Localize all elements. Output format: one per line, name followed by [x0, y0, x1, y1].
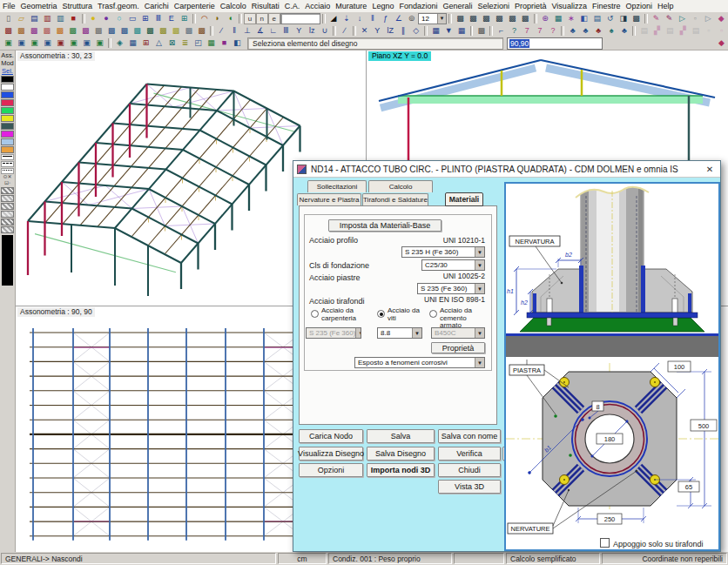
font-size-dropdown[interactable]: 12▼: [418, 13, 447, 24]
sidebar-tab-sel[interactable]: Sel.: [2, 67, 13, 75]
view-sphere-icon[interactable]: ●: [87, 12, 100, 24]
load-10-icon[interactable]: ▩: [118, 24, 131, 37]
cls-fondazione-select[interactable]: C25/30 ▼: [421, 259, 485, 271]
visualizza-disegno-button[interactable]: Visualizza Disegno: [299, 447, 363, 461]
pattern-swatch-0[interactable]: [1, 187, 14, 194]
dis-4-icon[interactable]: ▞: [677, 24, 690, 37]
load-13-icon[interactable]: ▩: [157, 24, 170, 37]
query-4-icon[interactable]: ?: [547, 24, 560, 37]
tool-cam-icon[interactable]: ◨: [617, 12, 630, 24]
sidebar-tab-mod[interactable]: Mod: [1, 59, 14, 67]
menu-item-propriet-[interactable]: Proprietà: [512, 2, 549, 10]
menu-item-fondazioni[interactable]: Fondazioni: [396, 2, 440, 10]
geo-arc-icon[interactable]: ∪: [318, 24, 331, 37]
menu-item-carichi[interactable]: Carichi: [142, 2, 172, 10]
geo-corner-icon[interactable]: ∟: [266, 24, 280, 37]
menu-item-selezioni[interactable]: Selezioni: [475, 2, 512, 10]
geo-beams-icon[interactable]: Ⅲ: [280, 24, 293, 37]
anchor-2-icon[interactable]: ♣: [579, 24, 592, 37]
tab-nervature-e-piastra[interactable]: Nervature e Piastra: [297, 193, 361, 205]
load-2-icon[interactable]: ▩: [15, 24, 28, 37]
viti-grade-select[interactable]: 8.8 ▼: [377, 327, 422, 339]
menu-item-struttura[interactable]: Struttura: [60, 2, 96, 10]
menu-item-trasf-geom-[interactable]: Trasf.geom.: [95, 2, 142, 10]
tab-materiali[interactable]: Materiali: [445, 192, 483, 206]
pen-1-icon[interactable]: ✎: [650, 12, 663, 24]
sel-grid-2-icon[interactable]: ▦: [455, 24, 468, 37]
grip-icons[interactable]: ⊡◦: [4, 180, 10, 186]
axis-z-icon[interactable]: ǀZ: [384, 24, 397, 37]
load-4-icon[interactable]: ▩: [40, 24, 53, 37]
save-as-icon[interactable]: ▥: [41, 12, 54, 24]
linestyle-solid[interactable]: [1, 154, 14, 160]
anchor-5-icon[interactable]: ♣: [618, 24, 631, 37]
opzioni-button[interactable]: Opzioni: [299, 463, 363, 477]
snap-drop-icon[interactable]: ⇣: [340, 12, 353, 24]
color-swatch-2[interactable]: [1, 91, 14, 98]
menu-item-opzioni[interactable]: Opzioni: [623, 2, 655, 10]
sel-fill-icon[interactable]: ▩: [475, 24, 488, 37]
pattern-swatch-2[interactable]: [1, 203, 14, 210]
sidebar-tab-ass[interactable]: Ass.: [1, 51, 14, 59]
tool-star-icon[interactable]: ⊛: [539, 12, 552, 24]
viewport-6-icon[interactable]: ▩: [519, 12, 532, 24]
anchor-3-icon[interactable]: ♣: [592, 24, 605, 37]
layer-1-icon[interactable]: ▣: [2, 37, 15, 50]
menu-item-finestre[interactable]: Finestre: [590, 2, 624, 10]
pattern-solid-black[interactable]: [2, 235, 13, 286]
proprieta-button[interactable]: Proprietà: [431, 342, 485, 353]
color-swatch-7[interactable]: [1, 131, 14, 138]
linestyle-dotted[interactable]: [1, 168, 14, 174]
tool-spark-icon[interactable]: ∗: [564, 12, 577, 24]
menu-item-file[interactable]: File: [0, 2, 18, 10]
importa-nodi-3d-button[interactable]: Importa nodi 3D: [367, 463, 435, 477]
dis-1-icon[interactable]: ▤: [637, 24, 650, 37]
close-icon[interactable]: ✕: [703, 163, 717, 175]
query-1-icon[interactable]: ?: [508, 24, 521, 37]
layer-4-icon[interactable]: ▣: [41, 37, 54, 50]
mod-2-icon[interactable]: ▦: [126, 37, 139, 50]
menu-item-geometria[interactable]: Geometria: [18, 2, 60, 10]
radio-acciaio-viti[interactable]: [377, 310, 385, 318]
color-swatch-9[interactable]: [1, 146, 14, 153]
color-swatch-6[interactable]: [1, 123, 14, 130]
imposta-da-materiali-base-button[interactable]: Imposta da Materiali-Base: [328, 219, 442, 232]
menu-item-risultati[interactable]: Risultati: [249, 2, 282, 10]
color-swatch-5[interactable]: [1, 115, 14, 122]
load-7-icon[interactable]: ▩: [79, 24, 92, 37]
acciaio-profilo-select[interactable]: S 235 H (Fe 360) ▼: [401, 246, 485, 258]
mod-6-icon[interactable]: ≣: [179, 37, 192, 50]
tool-doc-icon[interactable]: ▤: [590, 12, 603, 24]
paint-icon[interactable]: ◆: [715, 37, 728, 50]
tool-iso-icon[interactable]: ▩: [630, 12, 643, 24]
open-folder-icon[interactable]: ▱: [15, 12, 28, 24]
snap-center-icon[interactable]: ⊚: [405, 12, 418, 24]
geo-line-icon[interactable]: ∕: [215, 24, 228, 37]
chiudi-button[interactable]: Chiudi: [438, 463, 501, 477]
play-1-icon[interactable]: ▷: [676, 12, 689, 24]
vista-3d-button[interactable]: Vista 3D: [438, 480, 501, 494]
new-file-icon[interactable]: ▯: [2, 12, 15, 24]
load-1-icon[interactable]: ▩: [2, 24, 15, 37]
linestyle-dashed[interactable]: [1, 161, 14, 167]
tool-undo-icon[interactable]: ↺: [603, 12, 617, 24]
snap-icons[interactable]: ⊙✕: [3, 174, 11, 180]
carica-nodo-button[interactable]: Carica Nodo: [299, 429, 363, 443]
color-swatch-0[interactable]: [1, 76, 14, 83]
tool-grid-icon[interactable]: ▦: [552, 12, 565, 24]
coordinate-input[interactable]: 90,90: [507, 37, 603, 50]
menu-item-carpenterie[interactable]: Carpenterie: [172, 2, 218, 10]
load-5-icon[interactable]: ▩: [53, 24, 66, 37]
viewport-4-icon[interactable]: ▩: [493, 12, 506, 24]
geo-zaxis-icon[interactable]: ǀz: [306, 24, 319, 37]
query-2-icon[interactable]: 7: [521, 24, 534, 37]
dis-5-icon[interactable]: ▤: [690, 24, 703, 37]
axis-x-icon[interactable]: ✕: [358, 24, 371, 37]
load-11-icon[interactable]: ▩: [131, 24, 144, 37]
dis-2-icon[interactable]: ▞: [650, 24, 664, 37]
view-mesh-icon[interactable]: ⊞: [178, 12, 191, 24]
load-9-icon[interactable]: ▩: [105, 24, 118, 37]
element-e-button[interactable]: e: [268, 13, 280, 24]
mod-8-icon[interactable]: ▦: [205, 37, 218, 50]
load-8-icon[interactable]: ▩: [92, 24, 105, 37]
